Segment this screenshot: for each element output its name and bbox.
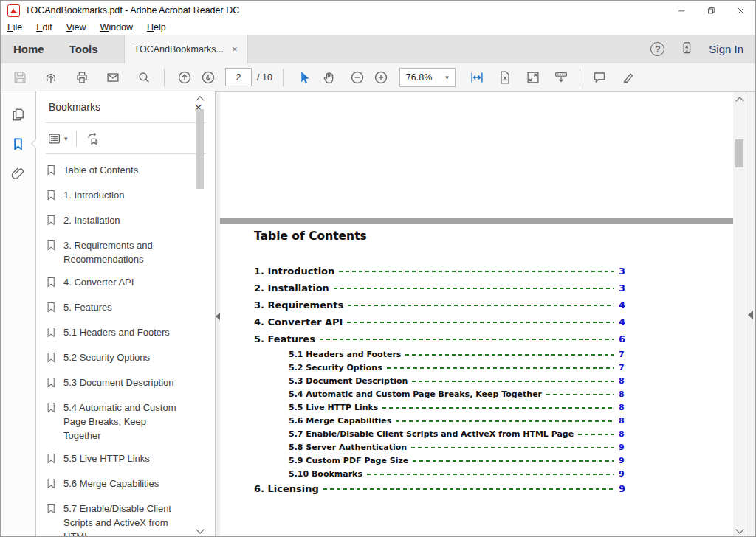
minimize-button[interactable] <box>667 1 696 20</box>
toc-entry[interactable]: 2. Installation 3 <box>254 280 626 297</box>
toc-title: Table of Contents <box>254 229 626 243</box>
tab-close-icon[interactable]: × <box>232 44 238 55</box>
save-icon[interactable] <box>12 69 28 86</box>
select-tool-icon[interactable] <box>295 69 312 86</box>
bookmark-item[interactable]: 5.3 Document Description <box>46 375 215 392</box>
page-thumbnails-icon[interactable] <box>10 106 27 123</box>
toc-entry-label: 5.8 Server Authentication <box>289 443 407 452</box>
toc-entry[interactable]: 5.9 Custom PDF Page Size 9 <box>254 454 626 467</box>
title-bar: TOCAndBookmarks.pdf - Adobe Acrobat Read… <box>1 1 755 20</box>
bookmark-item[interactable]: 4. Converter API <box>46 275 215 291</box>
tab-home[interactable]: Home <box>1 35 57 63</box>
bookmarks-scrollbar[interactable] <box>194 91 206 537</box>
fit-page-icon[interactable] <box>497 69 513 86</box>
bookmarks-scroll-thumb[interactable] <box>196 109 204 189</box>
search-icon[interactable] <box>136 69 152 86</box>
bookmark-item[interactable]: 5.5 Live HTTP Links <box>46 451 215 468</box>
menu-item[interactable]: Edit <box>36 22 52 32</box>
restore-button[interactable] <box>696 1 726 20</box>
doc-scroll-up-icon[interactable] <box>735 97 743 105</box>
print-icon[interactable] <box>74 69 90 86</box>
bookmark-icon <box>46 401 57 443</box>
highlight-icon[interactable] <box>620 69 636 86</box>
toc-entry-label: 5.2 Security Options <box>289 363 382 373</box>
toc-entry[interactable]: 5.4 Automatic and Custom Page Breaks, Ke… <box>254 387 626 401</box>
bookmark-options-icon[interactable]: ▾ <box>47 131 68 147</box>
tab-bar-right: ? Sign In <box>650 35 755 63</box>
email-icon[interactable] <box>105 69 121 86</box>
bookmark-item[interactable]: 5.6 Merge Capabilities <box>46 477 215 493</box>
bookmark-item[interactable]: 5.4 Automatic and Custom Page Breaks, Ke… <box>46 401 215 443</box>
toc-entry-page: 6 <box>619 333 626 344</box>
toc-entry[interactable]: 5.2 Security Options 7 <box>254 361 626 374</box>
bookmark-icon <box>46 239 57 266</box>
bookmark-item[interactable]: 5.2 Security Options <box>46 350 215 367</box>
toc-entry[interactable]: 5.3 Document Description 8 <box>254 374 626 387</box>
bookmarks-panel-icon[interactable] <box>10 136 27 153</box>
toc-entry-label: 5.3 Document Description <box>289 376 408 386</box>
toc-entry[interactable]: 4. Converter API 4 <box>254 313 626 330</box>
bookmark-item[interactable]: 2. Installation <box>46 213 215 229</box>
toc-entry-page: 9 <box>619 469 626 479</box>
tab-document[interactable]: TOCAndBookmarks... × <box>124 35 248 63</box>
toc-entry[interactable]: 6. Licensing 9 <box>254 480 626 497</box>
bookmark-item[interactable]: 1. Introduction <box>46 188 215 204</box>
hand-tool-icon[interactable] <box>321 69 337 86</box>
bookmarks-panel-toolbar: ▾ <box>36 123 215 153</box>
comment-icon[interactable] <box>591 69 608 86</box>
toc-entry[interactable]: 5.10 Bookmarks 9 <box>254 467 626 480</box>
previous-page-icon[interactable] <box>176 69 193 86</box>
tab-tools[interactable]: Tools <box>57 35 111 63</box>
toc-entry[interactable]: 5.7 Enable/Disable Client Scripts and Ac… <box>254 427 626 440</box>
menu-item[interactable]: File <box>7 22 22 32</box>
toc-entry[interactable]: 5. Features 6 <box>254 330 626 347</box>
expand-current-bookmark-icon[interactable] <box>85 131 101 147</box>
doc-scroll-down-icon[interactable] <box>735 525 743 533</box>
toc-dash-leader <box>367 474 614 475</box>
share-upload-icon[interactable] <box>43 69 59 86</box>
toc-dash-leader <box>348 305 614 306</box>
page-total-label: / 10 <box>257 72 272 83</box>
zoom-in-icon[interactable] <box>373 69 389 86</box>
document-scrollbar[interactable] <box>733 92 746 537</box>
scrolling-mode-icon[interactable] <box>553 69 569 86</box>
bookmark-item[interactable]: 5. Features <box>46 300 215 316</box>
bookmark-item[interactable]: 3. Requirements and Recommendations <box>46 238 215 266</box>
toc-entry-page: 8 <box>619 376 626 386</box>
mobile-device-icon[interactable] <box>679 41 694 58</box>
toc-entry[interactable]: 5.5 Live HTTP Links 8 <box>254 401 626 414</box>
toc-dash-leader <box>546 394 614 395</box>
bookmark-item[interactable]: 5.7 Enable/Disable Client Scripts and Ac… <box>46 502 215 537</box>
bookmark-item[interactable]: 5.1 Headers and Footers <box>46 325 215 342</box>
toc-entry[interactable]: 5.6 Merge Capabilities 8 <box>254 414 626 427</box>
document-scroll-thumb[interactable] <box>735 139 743 167</box>
sign-in-button[interactable]: Sign In <box>709 43 743 55</box>
toc-entry-page: 7 <box>619 350 626 359</box>
scroll-down-icon[interactable] <box>196 525 204 533</box>
fit-width-icon[interactable] <box>469 69 485 86</box>
bookmark-item-label: 5.1 Headers and Footers <box>63 325 170 342</box>
help-icon[interactable]: ? <box>650 42 664 56</box>
scroll-up-icon[interactable] <box>196 96 204 104</box>
menu-item[interactable]: Help <box>147 22 166 32</box>
toc-entry-page: 8 <box>619 429 626 439</box>
menu-item[interactable]: View <box>66 22 86 32</box>
zoom-level-select[interactable]: 76.8% ▾ <box>399 68 456 87</box>
tab-bar: Home Tools TOCAndBookmarks... × ? Sign I… <box>1 35 755 63</box>
menu-item[interactable]: Window <box>100 22 133 32</box>
expand-tools-pane-icon[interactable] <box>748 311 753 319</box>
bookmark-item[interactable]: Table of Contents <box>46 163 215 179</box>
fullscreen-icon[interactable] <box>525 69 541 86</box>
page-number-input[interactable] <box>225 68 252 86</box>
toc-entry-label: 3. Requirements <box>254 299 343 311</box>
toc-dash-leader <box>405 354 614 356</box>
next-page-icon[interactable] <box>200 69 216 86</box>
toc-entry-page: 3 <box>619 266 626 277</box>
toc-entry[interactable]: 1. Introduction 3 <box>254 263 626 280</box>
close-button[interactable] <box>726 1 755 20</box>
toc-entry[interactable]: 5.1 Headers and Footers 7 <box>254 347 626 361</box>
attachments-icon[interactable] <box>10 165 27 182</box>
zoom-out-icon[interactable] <box>349 69 365 86</box>
toc-entry[interactable]: 3. Requirements 4 <box>254 297 626 313</box>
toc-entry[interactable]: 5.8 Server Authentication 9 <box>254 440 626 454</box>
